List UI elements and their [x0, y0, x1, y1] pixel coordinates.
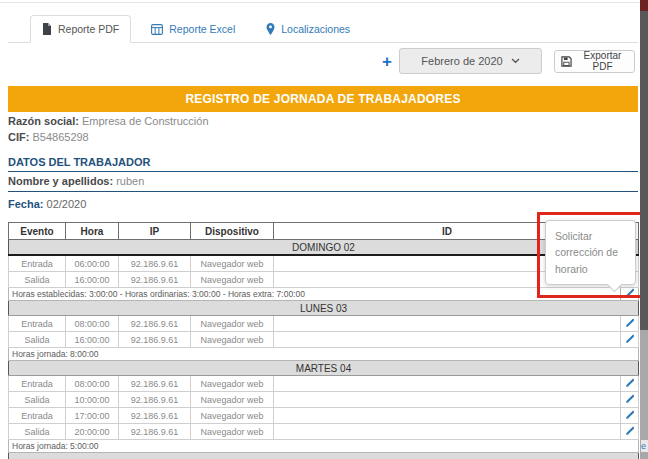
day-section-title: LUNES 03 [9, 301, 639, 316]
export-pdf-button[interactable]: Exportar PDF [554, 50, 635, 73]
cell-id [274, 408, 621, 424]
cell-hora: 16:00:00 [66, 272, 119, 288]
cell-evento: Salida [9, 272, 66, 288]
file-pdf-icon [42, 23, 52, 35]
cell-ip: 92.186.9.61 [119, 424, 191, 440]
report-date-line: Fecha: 02/2020 [8, 198, 86, 210]
edit-pencil-icon[interactable] [625, 318, 635, 328]
add-month-button[interactable]: + [382, 53, 392, 70]
chevron-down-icon [511, 58, 520, 64]
cell-hora: 17:00:00 [66, 408, 119, 424]
table-row: Salida16:00:0092.186.9.61Navegador web [9, 272, 639, 288]
worker-name-label: Nombre y apellidos: [8, 175, 113, 187]
day-summary-text: Horas jornada: 5:00:00 [9, 440, 639, 453]
edit-pencil-icon[interactable] [625, 288, 635, 298]
tab-label: Reporte PDF [58, 23, 119, 35]
column-header: Hora [66, 223, 119, 240]
window-edge-top-block [640, 0, 648, 11]
window-edge-dark [640, 11, 648, 330]
cell-ip: 92.186.9.61 [119, 332, 191, 348]
cell-edit [621, 408, 639, 424]
cell-hora: 16:00:00 [66, 332, 119, 348]
edit-pencil-icon[interactable] [625, 426, 635, 436]
day-summary-row: Horas establecidas: 3:00:00 - Horas ordi… [9, 288, 639, 301]
cell-hora: 20:00:00 [66, 424, 119, 440]
table-row: Entrada08:00:0092.186.9.61Navegador web [9, 316, 639, 332]
day-summary-row: Horas jornada: 5:00:00 [9, 440, 639, 453]
tab-label: Localizaciones [281, 23, 350, 35]
razon-social-label: Razón social: [8, 115, 79, 127]
cell-id [274, 332, 621, 348]
month-dropdown[interactable]: Febrero de 2020 [399, 48, 542, 74]
day-section-row: MARTES 04 [9, 361, 639, 376]
razon-social-line: Razón social: Empresa de Construcción [8, 114, 209, 130]
razon-social-value: Empresa de Construcción [82, 115, 209, 127]
report-date-label: Fecha: [8, 198, 43, 210]
day-section-row: DOMINGO 02 [9, 240, 639, 256]
cell-edit [621, 424, 639, 440]
cell-evento: Salida [9, 392, 66, 408]
cell-edit [621, 288, 639, 301]
report-banner-title: REGISTRO DE JORNADA DE TRABAJADORES [8, 86, 638, 112]
cell-dispositivo: Navegador web [191, 408, 274, 424]
table-header-row: EventoHoraIPDispositivoID [9, 223, 639, 240]
tabbar: Reporte PDF Reporte Excel Localizaciones [8, 14, 638, 43]
tab-reporte-pdf[interactable]: Reporte PDF [30, 15, 131, 43]
edit-pencil-icon[interactable] [625, 410, 635, 420]
cell-evento: Entrada [9, 408, 66, 424]
cell-id [274, 376, 621, 392]
cell-hora: 10:00:00 [66, 392, 119, 408]
cif-label: CIF: [8, 131, 29, 143]
cell-dispositivo: Navegador web [191, 332, 274, 348]
panel-top-border [0, 2, 640, 3]
cell-evento: Salida [9, 332, 66, 348]
cell-edit [621, 332, 639, 348]
cell-dispositivo: Navegador web [191, 255, 274, 272]
table-row: Salida20:00:0092.186.9.61Navegador web [9, 424, 639, 440]
cif-line: CIF: B54865298 [8, 130, 209, 146]
tab-reporte-excel[interactable]: Reporte Excel [140, 15, 246, 43]
cell-evento: Entrada [9, 255, 66, 272]
tooltip-solicitar-correccion: Solicitar corrección de horario [545, 220, 636, 285]
cell-ip: 92.186.9.61 [119, 408, 191, 424]
day-section-row: LUNES 03 [9, 301, 639, 316]
cell-evento: Entrada [9, 376, 66, 392]
day-section-title: DOMINGO 02 [9, 240, 639, 256]
worker-name-line: Nombre y apellidos: ruben [8, 175, 638, 192]
window-right-edge: e [640, 0, 648, 459]
cell-ip: 92.186.9.61 [119, 392, 191, 408]
cell-dispositivo: Navegador web [191, 392, 274, 408]
save-icon [561, 56, 572, 67]
cropped-text-artifact: e [641, 440, 648, 452]
day-summary-row: Horas jornada: 8:00:00 [9, 348, 639, 361]
cell-hora: 08:00:00 [66, 316, 119, 332]
day-summary-text: Horas jornada: 8:00:00 [9, 348, 639, 361]
tab-localizaciones[interactable]: Localizaciones [255, 15, 361, 43]
month-dropdown-value: Febrero de 2020 [421, 55, 502, 67]
table-row: Salida16:00:0092.186.9.61Navegador web [9, 332, 639, 348]
edit-pencil-icon[interactable] [625, 334, 635, 344]
cell-dispositivo: Navegador web [191, 376, 274, 392]
cell-evento: Salida [9, 424, 66, 440]
export-pdf-label: Exportar PDF [577, 50, 628, 72]
day-summary-text: Horas establecidas: 3:00:00 - Horas ordi… [9, 288, 621, 301]
cell-ip: 92.186.9.61 [119, 376, 191, 392]
company-info: Razón social: Empresa de Construcción CI… [8, 114, 209, 145]
cell-id [274, 424, 621, 440]
cell-dispositivo: Navegador web [191, 316, 274, 332]
edit-pencil-icon[interactable] [625, 378, 635, 388]
cell-ip: 92.186.9.61 [119, 272, 191, 288]
table-row: Entrada06:00:0092.186.9.61Navegador web [9, 255, 639, 272]
table-row: Entrada17:00:0092.186.9.61Navegador web [9, 408, 639, 424]
day-section-title: MARTES 04 [9, 361, 639, 376]
edit-pencil-icon[interactable] [625, 394, 635, 404]
cell-hora: 06:00:00 [66, 255, 119, 272]
column-header: IP [119, 223, 191, 240]
table-row: Entrada08:00:0092.186.9.61Navegador web [9, 376, 639, 392]
worker-section-title: DATOS DEL TRABAJADOR [8, 156, 638, 172]
cell-dispositivo: Navegador web [191, 424, 274, 440]
table-row: Salida10:00:0092.186.9.61Navegador web [9, 392, 639, 408]
cell-id [274, 316, 621, 332]
cell-dispositivo: Navegador web [191, 272, 274, 288]
cell-edit [621, 392, 639, 408]
